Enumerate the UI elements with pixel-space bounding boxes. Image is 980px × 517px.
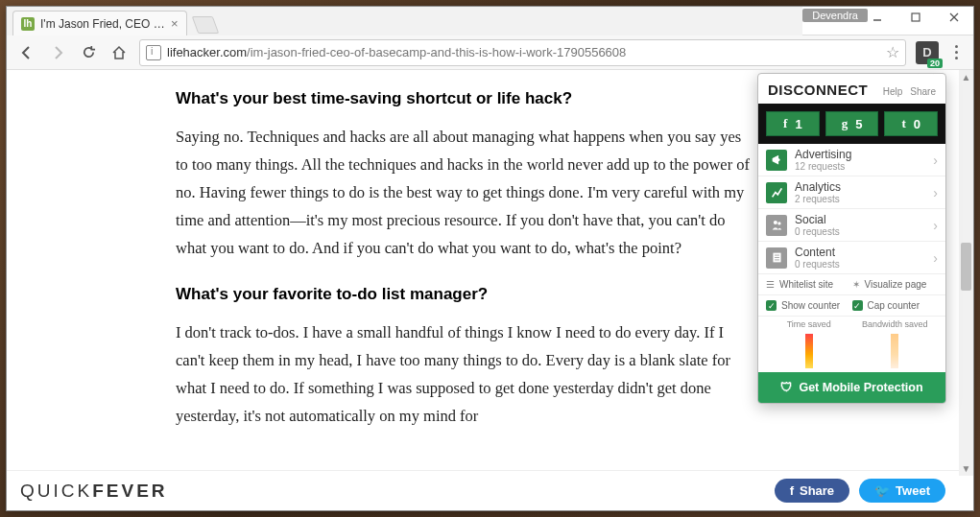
category-analytics[interactable]: Analytics2 requests › <box>758 176 945 209</box>
checkbox-checked-icon: ✓ <box>852 300 863 311</box>
category-advertising[interactable]: Advertising12 requests › <box>758 144 945 176</box>
list-icon: ☰ <box>766 279 775 290</box>
chevron-right-icon: › <box>933 218 938 233</box>
chevron-right-icon: › <box>933 250 938 266</box>
tab-title: I'm Jason Fried, CEO of B <box>40 17 165 31</box>
chevron-right-icon: › <box>933 185 938 200</box>
chevron-right-icon: › <box>933 153 938 168</box>
twitter-icon: t <box>901 116 905 131</box>
address-bar[interactable]: lifehacker.com/im-jason-fried-ceo-of-bas… <box>139 39 906 66</box>
site-brand: QUICKFEVER <box>20 481 168 502</box>
google-tracker-chip[interactable]: g5 <box>825 111 879 136</box>
graph-icon: ✶ <box>852 279 860 290</box>
article-content: What's your best time-saving shortcut or… <box>7 70 755 510</box>
popup-header: DISCONNECT Help Share <box>758 74 945 104</box>
new-tab-button[interactable] <box>191 16 219 34</box>
scroll-down-icon[interactable]: ▼ <box>959 461 973 476</box>
bandwidth-saved-bar <box>891 334 898 368</box>
minimize-button[interactable] <box>858 7 896 28</box>
article-paragraph-2: I don't track to-dos. I have a small han… <box>176 319 755 431</box>
article-heading-1: What's your best time-saving shortcut or… <box>176 89 755 108</box>
bookmark-star-icon[interactable]: ☆ <box>886 43 899 61</box>
checkbox-checked-icon: ✓ <box>766 300 777 311</box>
tab-strip: lh I'm Jason Fried, CEO of B × <box>7 7 802 35</box>
back-button[interactable] <box>12 38 41 67</box>
popup-social-row: f1 g5 t0 <box>758 104 945 144</box>
popup-title: DISCONNECT <box>768 82 868 98</box>
chrome-menu-button[interactable] <box>944 45 968 59</box>
disconnect-extension-button[interactable]: D 20 <box>916 41 939 64</box>
cap-counter-toggle[interactable]: ✓Cap counter <box>852 300 939 311</box>
browser-window: lh I'm Jason Fried, CEO of B × Devendra … <box>6 6 974 511</box>
get-mobile-protection-button[interactable]: 🛡Get Mobile Protection <box>758 372 945 403</box>
visualize-page-button[interactable]: ✶Visualize page <box>852 279 939 290</box>
popup-share-link[interactable]: Share <box>910 86 936 97</box>
category-social[interactable]: Social0 requests › <box>758 209 945 242</box>
bandwidth-saved-column: Bandwidth saved <box>852 320 939 370</box>
url-text: lifehacker.com/im-jason-fried-ceo-of-bas… <box>167 45 626 59</box>
megaphone-icon <box>766 150 787 171</box>
people-icon <box>766 215 787 236</box>
share-buttons: fShare 🐦Tweet <box>775 479 945 503</box>
page-viewport: What's your best time-saving shortcut or… <box>7 70 973 510</box>
twitter-tweet-button[interactable]: 🐦Tweet <box>859 479 945 503</box>
article-paragraph-1: Saying no. Techniques and hacks are all … <box>176 124 755 262</box>
home-button[interactable] <box>105 38 133 67</box>
article-heading-2: What's your favorite to-do list manager? <box>176 285 755 304</box>
twitter-tracker-chip[interactable]: t0 <box>884 111 938 136</box>
toolbar: lifehacker.com/im-jason-fried-ceo-of-bas… <box>7 35 973 70</box>
options-row-2: ✓Show counter ✓Cap counter <box>758 295 945 317</box>
document-icon <box>766 247 787 269</box>
google-icon: g <box>842 116 849 131</box>
window-controls <box>858 7 973 28</box>
facebook-icon: f <box>790 483 794 498</box>
close-button[interactable] <box>935 7 973 28</box>
scrollbar-thumb[interactable] <box>961 243 971 291</box>
options-row-1: ☰Whitelist site ✶Visualize page <box>758 274 945 295</box>
chart-icon <box>766 182 787 203</box>
shield-icon: 🛡 <box>780 381 793 394</box>
tab-favicon: lh <box>21 17 35 31</box>
svg-point-4 <box>773 221 777 224</box>
twitter-icon: 🐦 <box>874 483 890 498</box>
site-info-icon[interactable] <box>146 45 161 60</box>
reload-button[interactable] <box>74 38 103 67</box>
tab-close-icon[interactable]: × <box>171 16 179 31</box>
bottom-bar: QUICKFEVER fShare 🐦Tweet <box>7 470 959 510</box>
facebook-tracker-chip[interactable]: f1 <box>766 111 820 136</box>
time-saved-column: Time saved <box>766 320 852 370</box>
svg-rect-1 <box>912 13 920 21</box>
category-list: Advertising12 requests › Analytics2 requ… <box>758 144 945 274</box>
savings-row: Time saved Bandwidth saved <box>758 317 945 372</box>
browser-tab[interactable]: lh I'm Jason Fried, CEO of B × <box>12 11 187 35</box>
popup-help-link[interactable]: Help <box>883 86 903 97</box>
forward-button[interactable] <box>43 38 72 67</box>
whitelist-site-button[interactable]: ☰Whitelist site <box>766 279 852 290</box>
category-content[interactable]: Content0 requests › <box>758 242 945 274</box>
disconnect-popup: DISCONNECT Help Share f1 g5 t0 Advertisi… <box>757 73 946 404</box>
scrollbar[interactable]: ▲ ▼ <box>959 70 973 476</box>
facebook-share-button[interactable]: fShare <box>775 479 849 503</box>
time-saved-bar <box>805 334 813 368</box>
maximize-button[interactable] <box>896 7 935 28</box>
scroll-up-icon[interactable]: ▲ <box>959 70 973 84</box>
show-counter-toggle[interactable]: ✓Show counter <box>766 300 852 311</box>
titlebar: lh I'm Jason Fried, CEO of B × Devendra <box>7 7 973 35</box>
svg-point-5 <box>777 222 780 224</box>
facebook-icon: f <box>783 116 787 131</box>
extension-letter: D <box>922 45 931 59</box>
extension-badge: 20 <box>927 59 943 68</box>
